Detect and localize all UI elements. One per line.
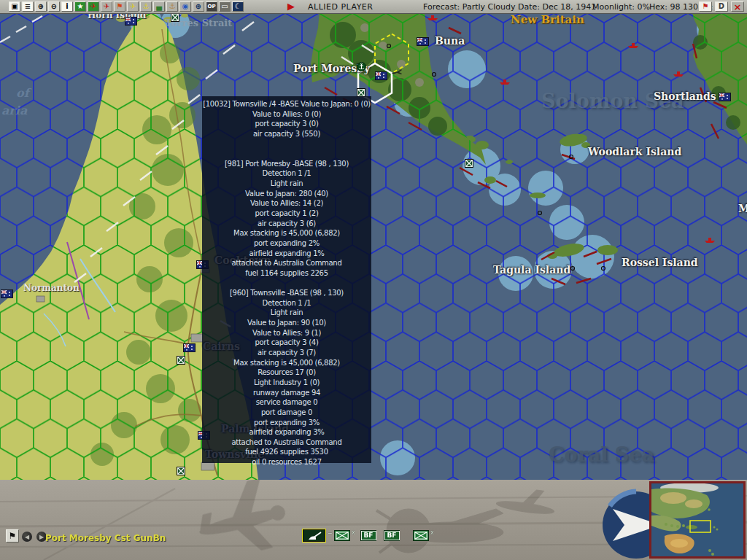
zoom-out-icon[interactable]: ⊖ (48, 1, 60, 12)
unit-btn-infantry-2[interactable] (413, 530, 429, 541)
tooltip-line-34: attached to Australia Command (202, 438, 371, 448)
port-symbol-port-moresby[interactable] (357, 62, 366, 71)
aircraft-icon[interactable]: ✈ (127, 1, 139, 12)
zoom-in-icon-glyph: ⊕ (38, 3, 44, 10)
allied-unit-samarai[interactable] (465, 159, 473, 168)
tooltip-line-1: Value to Allies: 0 (0) (202, 110, 371, 120)
tooltip-line-36: oil 0 resources 1627 (202, 458, 371, 468)
forecast-readout: Forecast: Partly Cloudy (423, 2, 515, 12)
unit-btn-base-force-2[interactable]: BF (384, 530, 400, 541)
map-markers (0, 13, 747, 480)
unit-controls: ⚑ ◀ ▶ Port Moresby Cst GunBn =xBFBFx (0, 480, 747, 560)
airfield-symbol-port-moresby[interactable] (391, 69, 403, 76)
star-icon[interactable]: ★ (74, 1, 86, 12)
next-turn-icon[interactable]: ▶ (286, 1, 296, 12)
report-icon[interactable]: ≡ (22, 1, 34, 12)
tooltip-line-17: fuel 1164 supplies 2265 (202, 269, 371, 279)
airfield-icon-glyph: ▭ (221, 3, 228, 10)
toolbar: ▣≡⊕⊖i★✈✈⚑✈⚓▄⚓◉⊕OP▭☾ (9, 1, 244, 12)
tooltip-line-18 (202, 279, 371, 289)
tooltip-line-32: port expanding 3% (202, 419, 371, 429)
tooltip-line-19: [960] Townsville -BASE (98 , 130) (202, 289, 371, 299)
close-icon[interactable]: × (731, 1, 744, 12)
op-orders-icon[interactable]: OP (206, 1, 217, 12)
selected-unit-name: Port Moresby Cst GunBn (45, 533, 166, 543)
port-icon[interactable]: ⚓ (166, 1, 178, 12)
tooltip-line-30: service damage 0 (202, 398, 371, 408)
tooltip-line-0: [10032] Townsville /4 -BASE Value to Jap… (202, 100, 371, 110)
signal-flag-icon[interactable]: ⚑ (699, 1, 712, 12)
enemy-ship-sighting-2[interactable] (499, 79, 511, 85)
enemy-ship-sighting-3[interactable] (627, 43, 639, 48)
tooltip-line-29: runway damage 94 (202, 389, 371, 399)
date-readout: Date: Dec 18, 1941 (518, 2, 596, 12)
unit-btn-coastal-gun[interactable] (302, 529, 326, 542)
unit-btn-infantry-2-badge: x (430, 529, 434, 536)
strategic-map[interactable]: Horn IslandTorres StraitofariaPort Mores… (0, 13, 747, 480)
tooltip-line-24: port capacity 3 (4) (202, 338, 371, 349)
unit-btn-infantry-1[interactable] (334, 530, 350, 541)
tooltip-line-2: port capacity 3 (0) (202, 120, 371, 130)
close-icon-glyph: × (734, 1, 742, 12)
allied-flag-normanton[interactable] (1, 290, 12, 298)
allied-unit-cairns[interactable] (177, 356, 185, 365)
land-unit-icon-glyph: ▄ (156, 3, 162, 10)
enemy-ship-sighting-5[interactable] (704, 238, 716, 243)
zoom-in-icon[interactable]: ⊕ (35, 1, 47, 12)
globe-icon-glyph: ◉ (182, 3, 189, 10)
tooltip-line-20: Detection 1 /1 (202, 299, 371, 309)
allied-flag-buna[interactable] (417, 38, 428, 45)
enemy-ship-sighting-1[interactable] (427, 15, 438, 20)
air-search-icon[interactable]: ✈ (101, 1, 112, 12)
tooltip-line-11: port capacity 1 (2) (202, 209, 371, 219)
unit-btn-infantry-1-badge: x (352, 529, 355, 536)
save-icon[interactable]: ▣ (9, 1, 20, 12)
allied-flag-port-moresby[interactable] (376, 72, 387, 79)
unit-btn-coastal-gun-badge: = (328, 529, 333, 536)
port-icon-glyph: ⚓ (169, 3, 176, 10)
weather-icon[interactable]: ☾ (232, 1, 244, 12)
air-combat-icon-glyph: ✈ (90, 3, 96, 10)
database-icon-glyph: D (719, 3, 724, 10)
enemy-ship-sighting-4[interactable] (673, 71, 684, 77)
flag-marker-icon-glyph: ⚑ (117, 3, 123, 10)
prev-unit-button[interactable]: ◀ (22, 532, 32, 542)
info-icon[interactable]: i (61, 1, 73, 12)
tooltip-line-12: air capacity 3 (6) (202, 219, 371, 230)
tooltip-line-21: Light rain (202, 308, 371, 319)
tooltip-line-16: attached to Australia Command (202, 259, 371, 269)
airfield-icon[interactable]: ▭ (219, 1, 231, 12)
base-info-tooltip: [10032] Townsville /4 -BASE Value to Jap… (202, 96, 371, 463)
flag-button[interactable]: ⚑ (6, 529, 19, 542)
weather-icon-glyph: ☾ (235, 3, 241, 10)
allied-flag-horn-island[interactable] (125, 18, 136, 25)
star-icon-glyph: ★ (77, 3, 84, 10)
task-force-icon[interactable]: ⚓ (140, 1, 152, 12)
next-turn-glyph: ▶ (287, 3, 295, 10)
allied-unit-townsville[interactable] (177, 467, 185, 475)
allied-flag-cairns[interactable] (184, 344, 195, 351)
tooltip-line-22: Value to Japan: 90 (10) (202, 319, 371, 329)
tooltip-line-10: Value to Allies: 14 (2) (202, 199, 371, 209)
player-title: ALLIED PLAYER (308, 2, 373, 12)
zoom-out-icon-glyph: ⊖ (51, 3, 57, 10)
allied-unit-horn-island[interactable] (171, 13, 179, 22)
tooltip-line-27: Resources 17 (0) (202, 368, 371, 378)
flag-marker-icon[interactable]: ⚑ (114, 1, 125, 12)
allied-flag-shortlands[interactable] (719, 93, 730, 101)
tooltip-line-5 (202, 149, 371, 160)
tooltip-line-9: Value to Japan: 280 (40) (202, 190, 371, 200)
unit-btn-base-force-2-label: BF (384, 531, 400, 540)
globe-icon[interactable]: ◉ (179, 1, 191, 12)
game-window: ▣≡⊕⊖i★✈✈⚑✈⚓▄⚓◉⊕OP▭☾ ▶ ALLIED PLAYER Fore… (0, 0, 747, 560)
tooltip-line-25: air capacity 3 (7) (202, 349, 371, 359)
database-icon[interactable]: D (715, 1, 728, 12)
bottom-panel: ⚑ ◀ ▶ Port Moresby Cst GunBn =xBFBFx (0, 480, 747, 560)
moonlight-readout: Moonlight: 0% (592, 2, 650, 12)
info-icon-glyph: i (66, 3, 68, 10)
unit-btn-base-force-1[interactable]: BF (360, 530, 376, 541)
air-combat-icon[interactable]: ✈ (88, 1, 99, 12)
tooltip-line-23: Value to Allies: 9 (1) (202, 329, 371, 339)
land-unit-icon[interactable]: ▄ (153, 1, 165, 12)
world-zoom-icon[interactable]: ⊕ (193, 1, 204, 12)
